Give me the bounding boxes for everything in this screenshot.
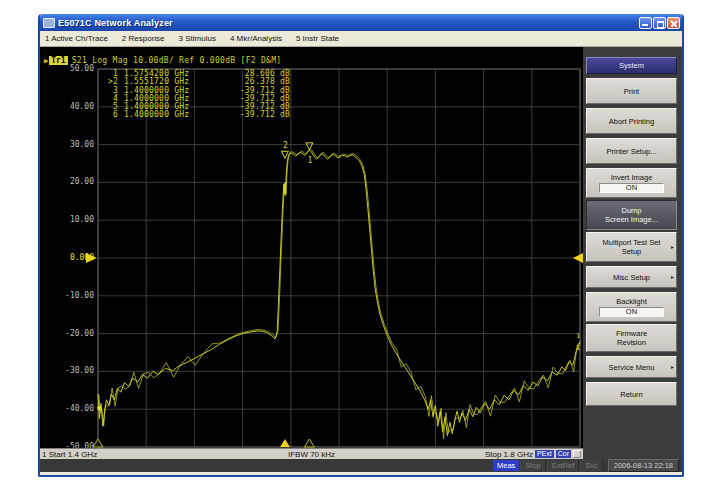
softkey-printer-setup[interactable]: Printer Setup... [586,138,677,164]
softkey-firmware-revision[interactable]: Firmware Revision [586,324,677,352]
stop-frequency-label: Stop 1.8 GHz [485,450,533,459]
menu-response[interactable]: 2 Response [122,34,165,43]
y-axis-label: -30.00 [44,367,94,375]
status-extref: ExtRef [547,460,580,471]
minimize-button[interactable] [639,17,652,29]
softkey-menu: System Print Abort Printing Printer Setu… [583,47,682,459]
stimulus-marker-icon [93,439,103,447]
menu-bar: 1 Active Ch/Trace 2 Response 3 Stimulus … [40,31,682,47]
start-marker-dot [97,406,102,411]
status-meas: Meas [493,460,519,471]
y-axis-label: -10.00 [44,292,94,300]
restore-button[interactable] [653,17,666,29]
y-axis-label: 10.00 [44,216,94,224]
invert-image-state: ON [599,183,663,193]
window-controls [639,17,680,29]
close-button[interactable] [667,17,680,29]
marker-row: 61.4000000 GHz-39.712 dB [104,111,290,119]
analyzer-screen: 2111 ▶ Tr1 S21 Log Mag 10.00dB/ Ref 0.00… [40,47,583,459]
submenu-arrow-icon: ▸ [671,273,674,282]
cor-badge: Cor [556,450,571,458]
active-trace-arrow-icon: ▶ [44,57,48,65]
softkey-service-menu[interactable]: Service Menu ▸ [586,356,677,378]
svg-text:1: 1 [576,332,580,340]
memory-trace [99,149,581,439]
status-svc: Svc [580,460,603,471]
menu-active-ch-trace[interactable]: 1 Active Ch/Trace [45,34,108,43]
ref-level-arrow-right [573,253,583,263]
menu-mkr-analysis[interactable]: 4 Mkr/Analysis [230,34,282,43]
softkey-menu-title: System [586,57,677,74]
trace-marker-icon [281,151,288,158]
pext-badge: PExt [535,450,554,458]
trace-marker-icon [306,143,313,150]
marker-readout-table: 11.5754200 GHz28.606 dB >21.5551720 GHz2… [104,70,290,120]
stimulus-marker-icon [280,439,290,447]
window-titlebar[interactable]: E5071C Network Analyzer [40,14,682,31]
status-bar: Meas Stop ExtRef Svc 2006-08-13 22:18 [40,459,682,472]
app-icon [43,18,55,28]
y-axis-label: 40.00 [44,103,94,111]
softkey-backlight[interactable]: Backlight ON [586,292,677,322]
backlight-state: ON [599,307,663,317]
status-stop: Stop [520,460,545,471]
y-axis-label: -40.00 [44,405,94,413]
corner-notch [573,450,581,458]
menu-stimulus[interactable]: 3 Stimulus [179,34,216,43]
softkey-print[interactable]: Print [586,78,677,104]
y-axis-label: 50.00 [44,65,94,73]
status-datetime: 2006-08-13 22:18 [608,459,679,472]
submenu-arrow-icon: ▸ [671,363,674,372]
trace-badge: Tr1 [49,56,67,65]
softkey-invert-image[interactable]: Invert Image ON [586,168,677,198]
softkey-dump-screen-image[interactable]: Dump Screen Image... [586,200,677,230]
softkey-abort-printing[interactable]: Abort Printing [586,108,677,134]
menu-instr-state[interactable]: 5 Instr State [296,34,339,43]
softkey-misc-setup[interactable]: Misc Setup ▸ [586,266,677,288]
trace-format-text: S21 Log Mag 10.00dB/ Ref 0.000dB [F2 D&M… [72,56,282,65]
svg-text:2: 2 [283,141,288,150]
y-axis-label: 30.00 [44,141,94,149]
screenshot-canvas: E5071C Network Analyzer 1 Active Ch/Trac… [0,0,721,485]
svg-text:1: 1 [576,344,580,352]
y-axis-label: -20.00 [44,330,94,338]
y-axis-ref-label: 0.000 [44,254,94,262]
softkey-multiport-test-set[interactable]: Multiport Test Set Setup ▸ [586,232,677,262]
y-axis-label: 20.00 [44,178,94,186]
submenu-arrow-icon: ▸ [671,243,674,252]
window-title: E5071C Network Analyzer [58,18,639,28]
stimulus-axis-bar: IFBW 70 kHz 1 Start 1.4 GHz Stop 1.8 GHz… [40,448,583,459]
stimulus-marker-icon [304,439,314,447]
svg-text:1: 1 [307,156,312,165]
softkey-return[interactable]: Return [586,382,677,406]
app-window: E5071C Network Analyzer 1 Active Ch/Trac… [38,14,684,477]
